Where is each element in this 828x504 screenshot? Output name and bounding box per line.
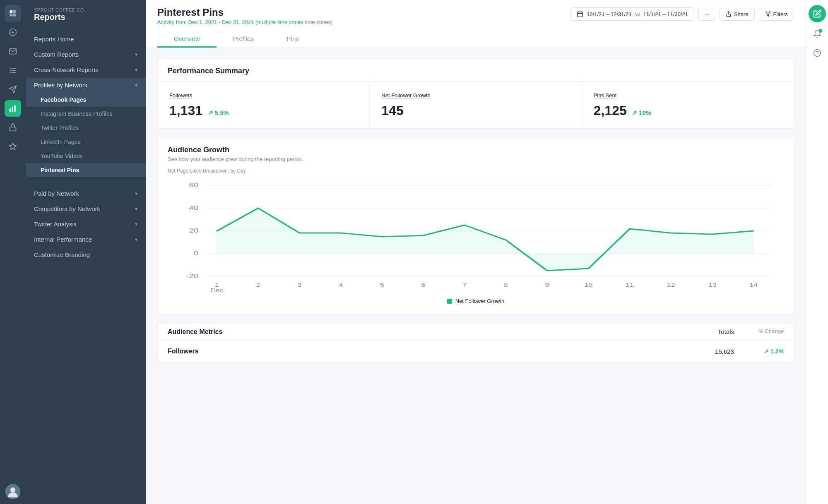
chevron-down-icon: ▾	[135, 191, 137, 197]
nav-bot-icon[interactable]	[5, 119, 21, 136]
metric-pins-sent: Pins Sent 2,125 ↗ 10%	[582, 82, 794, 128]
chevron-down-icon: ▾	[135, 237, 137, 242]
audience-growth-chart: 60 40 20 0 -20 1 Dec 2 3	[168, 177, 784, 293]
filters-button[interactable]: Filters	[759, 8, 794, 21]
sidebar-sub-item-linkedin-pages[interactable]: LinkedIn Pages	[26, 135, 146, 149]
svg-text:40: 40	[189, 204, 198, 211]
tab-overview[interactable]: Overview	[157, 31, 217, 48]
sidebar-sub-item-facebook-pages[interactable]: Facebook Pages	[26, 93, 146, 107]
svg-marker-37	[217, 208, 753, 271]
metric-followers: Followers 1,131 ↗ 5.5%	[158, 82, 370, 128]
svg-marker-26	[765, 12, 770, 17]
audience-metrics-card: Audience Metrics Totals % Change Followe…	[157, 323, 794, 362]
nav-compose-icon[interactable]	[5, 24, 21, 41]
share-button[interactable]: Share	[720, 8, 755, 21]
icon-bar	[0, 0, 26, 504]
performance-grid: Followers 1,131 ↗ 5.5% Net Follower Grow…	[158, 81, 794, 128]
sidebar-item-custom-reports[interactable]: Custom Reports ▾	[26, 47, 146, 62]
svg-point-17	[12, 123, 13, 124]
compare-range-label: 11/1/21 – 11/30/21	[643, 11, 688, 17]
pins-sent-label[interactable]: Pins Sent	[594, 92, 617, 99]
legend-dot-net-follower-growth	[447, 299, 452, 304]
chevron-down-icon: ▾	[135, 67, 137, 73]
chevron-down-icon: ▾	[135, 206, 137, 212]
nav-star-icon[interactable]	[5, 138, 21, 155]
svg-rect-3	[13, 14, 16, 17]
nav-inbox-icon[interactable]	[5, 43, 21, 60]
tab-pins[interactable]: Pins	[270, 31, 315, 48]
svg-rect-0	[10, 10, 13, 13]
svg-rect-2	[10, 14, 13, 17]
sidebar-item-reports-home[interactable]: Reports Home	[26, 31, 146, 47]
svg-text:-20: -20	[186, 273, 198, 279]
legend-label: Net Follower Growth	[455, 298, 504, 304]
tab-profiles[interactable]: Profiles	[217, 31, 270, 48]
help-button[interactable]	[810, 46, 825, 60]
svg-text:14: 14	[749, 282, 758, 288]
more-options-button[interactable]: ···	[698, 8, 715, 21]
svg-point-20	[10, 487, 15, 492]
timezone-link[interactable]: multiple time zones	[257, 19, 303, 25]
metrics-header-label: Audience Metrics	[168, 328, 668, 336]
svg-rect-15	[10, 127, 16, 131]
sidebar-sub-item-twitter-profiles[interactable]: Twitter Profiles	[26, 121, 146, 135]
sidebar-item-cross-network[interactable]: Cross-Network Reports ▾	[26, 62, 146, 77]
main-content: Pinterest Pins Activity from Dec 1, 2021…	[146, 0, 806, 504]
svg-text:7: 7	[462, 282, 467, 288]
content-area: Performance Summary Followers 1,131 ↗ 5.…	[146, 48, 806, 504]
performance-summary-card: Performance Summary Followers 1,131 ↗ 5.…	[157, 58, 794, 129]
tab-bar: Overview Profiles Pins	[157, 31, 794, 48]
svg-text:12: 12	[667, 282, 675, 288]
chart-legend: Net Follower Growth	[168, 298, 784, 304]
net-follower-label[interactable]: Net Follower Growth	[381, 92, 430, 99]
svg-marker-18	[10, 143, 17, 150]
svg-rect-14	[14, 106, 15, 112]
audience-growth-subtitle: See how your audience grew during the re…	[168, 156, 784, 162]
sidebar-sub-item-instagram-business[interactable]: Instagram Business Profiles	[26, 107, 146, 121]
notifications-button[interactable]	[810, 26, 825, 41]
nav-home-icon[interactable]	[5, 5, 21, 22]
followers-label[interactable]: Followers	[169, 92, 193, 99]
chevron-down-icon: ▾	[135, 52, 137, 58]
svg-text:Dec: Dec	[210, 288, 224, 293]
sidebar-item-customize-branding[interactable]: Customize Branding	[26, 247, 146, 262]
create-action-button[interactable]	[809, 5, 826, 22]
nav-analytics-icon[interactable]	[5, 100, 21, 117]
page-subtitle: Activity from Dec 1, 2021 - Dec 31, 2021…	[157, 19, 332, 25]
svg-text:3: 3	[297, 282, 301, 288]
svg-text:2: 2	[256, 282, 260, 288]
sidebar-item-profiles-by-network[interactable]: Profiles by Network ▾	[26, 77, 146, 93]
metrics-header-totals: Totals	[668, 328, 734, 336]
table-row: Followers 15,623 ↗ 1.2%	[158, 341, 794, 362]
net-follower-value: 145	[381, 103, 403, 118]
user-avatar[interactable]	[5, 484, 20, 499]
sidebar-sub-item-pinterest-pins[interactable]: Pinterest Pins	[26, 163, 146, 177]
sidebar-sub-item-youtube-videos[interactable]: YouTube Videos	[26, 149, 146, 163]
calendar-icon	[577, 11, 583, 17]
nav-tasks-icon[interactable]	[5, 62, 21, 79]
sidebar-item-competitors-by-network[interactable]: Competitors by Network ▾	[26, 201, 146, 216]
svg-text:11: 11	[626, 282, 634, 288]
page-header: Pinterest Pins Activity from Dec 1, 2021…	[146, 0, 806, 48]
sidebar-item-twitter-analysis[interactable]: Twitter Analysis ▾	[26, 216, 146, 232]
audience-growth-title: Audience Growth	[168, 146, 784, 154]
sidebar-item-internal-performance[interactable]: Internal Performance ▾	[26, 232, 146, 247]
chart-area: 60 40 20 0 -20 1 Dec 2 3	[168, 177, 784, 293]
company-name: Sprout Coffee Co.	[34, 7, 137, 12]
sidebar-brand: Sprout Coffee Co. Reports	[26, 0, 146, 29]
metrics-table-header: Audience Metrics Totals % Change	[158, 323, 794, 341]
audience-growth-card: Audience Growth See how your audience gr…	[157, 137, 794, 314]
help-icon	[813, 49, 821, 57]
date-range-button[interactable]: 12/1/21 – 12/31/21 vs 11/1/21 – 11/30/21	[570, 7, 694, 21]
svg-text:60: 60	[189, 182, 198, 188]
nav-publish-icon[interactable]	[5, 81, 21, 98]
pins-sent-value: 2,125	[594, 103, 627, 118]
performance-summary-title: Performance Summary	[168, 67, 784, 75]
share-icon	[726, 11, 732, 17]
edit-icon	[813, 10, 821, 18]
svg-text:1: 1	[215, 282, 219, 288]
pins-sent-change: ↗ 10%	[632, 109, 651, 116]
metrics-header-change: % Change	[734, 328, 784, 336]
filter-icon	[765, 11, 771, 17]
sidebar-item-paid-by-network[interactable]: Paid by Network ▾	[26, 186, 146, 201]
